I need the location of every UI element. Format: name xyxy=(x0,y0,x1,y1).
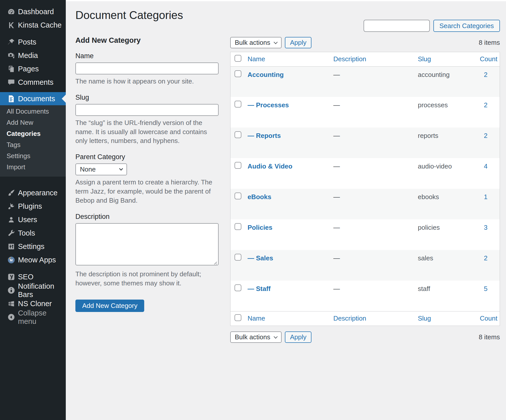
sort-by-slug[interactable]: Slug xyxy=(418,314,431,322)
category-count-link[interactable]: 1 xyxy=(484,193,488,201)
bottom-bulk-actions-row: Bulk actions Apply 8 items xyxy=(230,331,500,343)
category-name-link[interactable]: — Staff xyxy=(248,285,271,292)
slug-field-group: Slug The “slug” is the URL-friendly vers… xyxy=(75,94,219,146)
row-checkbox[interactable] xyxy=(235,193,241,199)
content-columns: Add New Category Name The name is how it… xyxy=(75,22,500,343)
category-name-link[interactable]: — Sales xyxy=(248,254,273,262)
table-row: Accounting—accounting2 xyxy=(230,66,500,97)
table-header-row: Name Description Slug Count xyxy=(230,52,500,66)
category-name-link[interactable]: Policies xyxy=(248,224,272,231)
category-description: — xyxy=(330,189,415,219)
search-categories-button[interactable]: Search Categories xyxy=(433,20,500,32)
sidebar-item-label: Kinsta Cache xyxy=(18,21,62,29)
select-all-checkbox[interactable] xyxy=(235,55,241,62)
parent-category-selected-value: None xyxy=(80,165,96,173)
info-icon xyxy=(7,286,16,295)
sidebar-item-seo[interactable]: SEO xyxy=(0,270,66,284)
category-count-link[interactable]: 4 xyxy=(484,162,488,170)
parent-category-label: Parent Category xyxy=(75,153,219,161)
pages-icon xyxy=(7,65,16,74)
sidebar-item-notification-bars[interactable]: Notification Bars xyxy=(0,284,66,297)
parent-category-select[interactable]: None xyxy=(75,163,127,175)
category-count-link[interactable]: 2 xyxy=(484,132,488,139)
name-input[interactable] xyxy=(75,62,219,74)
sidebar-subitem-categories[interactable]: Categories xyxy=(0,128,66,139)
category-description: — xyxy=(330,97,415,128)
sort-by-count[interactable]: Count xyxy=(480,55,497,63)
sidebar-item-label: Comments xyxy=(18,78,53,87)
sidebar-item-users[interactable]: Users xyxy=(0,213,66,226)
category-count-link[interactable]: 5 xyxy=(484,285,488,292)
sidebar-item-tools[interactable]: Tools xyxy=(0,226,66,240)
row-checkbox[interactable] xyxy=(235,284,241,291)
sidebar-item-comments[interactable]: Comments xyxy=(0,76,66,89)
row-checkbox[interactable] xyxy=(235,162,241,169)
sidebar-item-plugins[interactable]: Plugins xyxy=(0,200,66,213)
sidebar-item-collapse-menu[interactable]: Collapse menu xyxy=(0,310,66,324)
sidebar-subitem-tags[interactable]: Tags xyxy=(0,139,66,150)
sidebar-item-settings[interactable]: Settings xyxy=(0,240,66,253)
main-content: Document Categories Search Categories Ad… xyxy=(66,0,506,420)
sidebar-item-label: Tools xyxy=(18,229,35,237)
sidebar-item-pages[interactable]: Pages xyxy=(0,62,66,76)
categories-tbody: Accounting—accounting2— Processes—proces… xyxy=(230,66,500,311)
category-name-link[interactable]: Accounting xyxy=(248,71,284,78)
top-bulk-actions-row: Bulk actions Apply 8 items xyxy=(230,37,500,48)
category-name-link[interactable]: — Reports xyxy=(248,132,281,139)
documents-icon xyxy=(7,94,16,103)
bulk-actions-select[interactable]: Bulk actions xyxy=(230,331,282,343)
row-checkbox[interactable] xyxy=(235,223,241,230)
sidebar-item-label: Notification Bars xyxy=(18,282,66,299)
sidebar-item-appearance[interactable]: Appearance xyxy=(0,186,66,200)
sort-by-slug[interactable]: Slug xyxy=(418,55,431,63)
category-name-link[interactable]: eBooks xyxy=(248,193,271,201)
category-count-link[interactable]: 2 xyxy=(484,71,488,78)
sort-by-count[interactable]: Count xyxy=(480,314,497,322)
row-checkbox[interactable] xyxy=(235,101,241,108)
sidebar-subitem-import[interactable]: Import xyxy=(0,161,66,173)
sidebar-item-dashboard[interactable]: Dashboard xyxy=(0,5,66,18)
row-checkbox[interactable] xyxy=(235,131,241,138)
description-textarea[interactable] xyxy=(75,223,219,265)
category-count-link[interactable]: 3 xyxy=(484,224,488,231)
sidebar-item-media[interactable]: Media xyxy=(0,49,66,62)
sidebar-item-meow-apps[interactable]: MMeow Apps xyxy=(0,253,66,267)
bulk-actions-select[interactable]: Bulk actions xyxy=(230,37,282,48)
category-name-link[interactable]: — Processes xyxy=(248,101,289,109)
sidebar-subitem-add-new[interactable]: Add New xyxy=(0,117,66,128)
apply-button[interactable]: Apply xyxy=(285,331,311,343)
sidebar-item-kinsta-cache[interactable]: Kinsta Cache xyxy=(0,18,66,32)
sidebar-item-posts[interactable]: Posts xyxy=(0,35,66,49)
sidebar-item-documents[interactable]: Documents xyxy=(0,92,66,105)
category-count-link[interactable]: 2 xyxy=(484,101,488,109)
row-checkbox[interactable] xyxy=(235,70,241,77)
select-all-checkbox[interactable] xyxy=(235,314,241,321)
search-form: Search Categories xyxy=(364,20,500,32)
add-new-category-button[interactable]: Add New Category xyxy=(75,300,144,312)
category-slug: sales xyxy=(415,250,477,281)
category-description: — xyxy=(330,128,415,158)
sort-by-name[interactable]: Name xyxy=(248,55,265,63)
sort-by-name[interactable]: Name xyxy=(248,314,265,322)
category-slug: processes xyxy=(415,97,477,128)
sidebar-subitem-settings[interactable]: Settings xyxy=(0,150,66,161)
category-slug: reports xyxy=(415,128,477,158)
category-count-link[interactable]: 2 xyxy=(484,254,488,262)
slug-input[interactable] xyxy=(75,104,219,116)
sidebar-subitem-all-documents[interactable]: All Documents xyxy=(0,106,66,117)
sidebar-item-ns-cloner[interactable]: NS Cloner xyxy=(0,297,66,310)
table-row: Audio & Video—audio-video4 xyxy=(230,158,500,189)
row-checkbox[interactable] xyxy=(235,254,241,261)
search-input[interactable] xyxy=(364,20,430,32)
category-slug: accounting xyxy=(415,66,477,97)
collapse-icon xyxy=(7,313,16,322)
sort-by-description[interactable]: Description xyxy=(333,314,366,322)
category-slug: policies xyxy=(415,219,477,250)
table-row: eBooks—ebooks1 xyxy=(230,189,500,219)
apply-button[interactable]: Apply xyxy=(285,37,311,48)
users-icon xyxy=(7,215,16,224)
sort-by-description[interactable]: Description xyxy=(333,55,366,63)
meow-icon: M xyxy=(7,256,16,265)
category-name-link[interactable]: Audio & Video xyxy=(248,162,292,170)
category-description: — xyxy=(330,281,415,311)
